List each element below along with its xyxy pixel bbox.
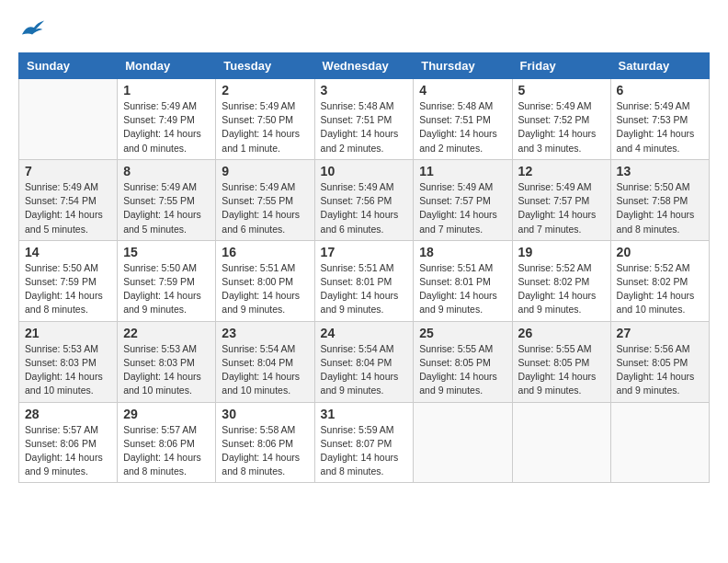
day-info: Sunrise: 5:49 AMSunset: 7:56 PMDaylight:… xyxy=(321,180,408,236)
day-number: 2 xyxy=(222,83,308,98)
day-number: 15 xyxy=(123,245,210,259)
day-info: Sunrise: 5:49 AMSunset: 7:50 PMDaylight:… xyxy=(222,99,308,155)
day-info: Sunrise: 5:49 AMSunset: 7:54 PMDaylight:… xyxy=(25,180,111,236)
day-info: Sunrise: 5:49 AMSunset: 7:57 PMDaylight:… xyxy=(518,180,605,236)
calendar-day-cell: 19Sunrise: 5:52 AMSunset: 8:02 PMDayligh… xyxy=(512,240,610,321)
logo xyxy=(18,18,46,43)
day-number: 3 xyxy=(321,83,408,98)
day-number: 10 xyxy=(321,164,408,178)
calendar-day-cell: 17Sunrise: 5:51 AMSunset: 8:01 PMDayligh… xyxy=(314,240,414,321)
calendar-day-cell: 13Sunrise: 5:50 AMSunset: 7:58 PMDayligh… xyxy=(610,159,709,240)
day-info: Sunrise: 5:51 AMSunset: 8:01 PMDaylight:… xyxy=(419,261,506,317)
day-info: Sunrise: 5:54 AMSunset: 8:04 PMDaylight:… xyxy=(222,342,308,398)
calendar-day-cell: 21Sunrise: 5:53 AMSunset: 8:03 PMDayligh… xyxy=(19,321,118,402)
weekday-header-cell: Monday xyxy=(118,53,216,79)
calendar-day-cell: 26Sunrise: 5:55 AMSunset: 8:05 PMDayligh… xyxy=(512,321,610,402)
day-number: 29 xyxy=(123,407,210,421)
day-info: Sunrise: 5:51 AMSunset: 8:01 PMDaylight:… xyxy=(321,261,408,317)
calendar-day-cell: 25Sunrise: 5:55 AMSunset: 8:05 PMDayligh… xyxy=(414,321,512,402)
day-number: 28 xyxy=(25,407,111,421)
day-number: 1 xyxy=(123,83,210,98)
calendar-day-cell: 5Sunrise: 5:49 AMSunset: 7:52 PMDaylight… xyxy=(512,79,610,160)
weekday-header-cell: Tuesday xyxy=(216,53,314,79)
calendar-day-cell: 3Sunrise: 5:48 AMSunset: 7:51 PMDaylight… xyxy=(314,79,414,160)
calendar-day-cell: 18Sunrise: 5:51 AMSunset: 8:01 PMDayligh… xyxy=(414,240,512,321)
day-number: 12 xyxy=(518,164,605,178)
day-number: 21 xyxy=(25,326,111,340)
day-info: Sunrise: 5:49 AMSunset: 7:52 PMDaylight:… xyxy=(518,99,605,155)
calendar-day-cell: 20Sunrise: 5:52 AMSunset: 8:02 PMDayligh… xyxy=(610,240,709,321)
calendar-day-cell: 7Sunrise: 5:49 AMSunset: 7:54 PMDaylight… xyxy=(19,159,118,240)
calendar-day-cell: 30Sunrise: 5:58 AMSunset: 8:06 PMDayligh… xyxy=(216,402,314,483)
day-info: Sunrise: 5:58 AMSunset: 8:06 PMDaylight:… xyxy=(222,423,308,479)
day-info: Sunrise: 5:50 AMSunset: 7:59 PMDaylight:… xyxy=(25,261,111,317)
day-info: Sunrise: 5:50 AMSunset: 7:58 PMDaylight:… xyxy=(617,180,703,236)
weekday-header-cell: Thursday xyxy=(414,53,512,79)
day-info: Sunrise: 5:49 AMSunset: 7:57 PMDaylight:… xyxy=(419,180,506,236)
day-number: 5 xyxy=(518,83,605,98)
day-number: 25 xyxy=(419,326,506,340)
day-number: 17 xyxy=(321,245,408,259)
day-number: 6 xyxy=(617,83,703,98)
weekday-header-cell: Friday xyxy=(512,53,610,79)
day-number: 23 xyxy=(222,326,308,340)
day-number: 24 xyxy=(321,326,408,340)
calendar-day-cell: 27Sunrise: 5:56 AMSunset: 8:05 PMDayligh… xyxy=(610,321,709,402)
day-number: 8 xyxy=(123,164,210,178)
calendar-day-cell: 12Sunrise: 5:49 AMSunset: 7:57 PMDayligh… xyxy=(512,159,610,240)
calendar-day-cell: 23Sunrise: 5:54 AMSunset: 8:04 PMDayligh… xyxy=(216,321,314,402)
calendar-day-cell: 31Sunrise: 5:59 AMSunset: 8:07 PMDayligh… xyxy=(314,402,414,483)
day-info: Sunrise: 5:55 AMSunset: 8:05 PMDaylight:… xyxy=(518,342,605,398)
calendar-week-row: 7Sunrise: 5:49 AMSunset: 7:54 PMDaylight… xyxy=(19,159,710,240)
calendar-day-cell: 10Sunrise: 5:49 AMSunset: 7:56 PMDayligh… xyxy=(314,159,414,240)
calendar-day-cell xyxy=(19,79,118,160)
day-info: Sunrise: 5:49 AMSunset: 7:55 PMDaylight:… xyxy=(123,180,210,236)
calendar-day-cell: 14Sunrise: 5:50 AMSunset: 7:59 PMDayligh… xyxy=(19,240,118,321)
calendar-day-cell xyxy=(610,402,709,483)
calendar-table: SundayMondayTuesdayWednesdayThursdayFrid… xyxy=(18,52,710,483)
day-info: Sunrise: 5:48 AMSunset: 7:51 PMDaylight:… xyxy=(321,99,408,155)
day-number: 13 xyxy=(617,164,703,178)
day-info: Sunrise: 5:54 AMSunset: 8:04 PMDaylight:… xyxy=(321,342,408,398)
day-info: Sunrise: 5:50 AMSunset: 7:59 PMDaylight:… xyxy=(123,261,210,317)
calendar-day-cell: 8Sunrise: 5:49 AMSunset: 7:55 PMDaylight… xyxy=(118,159,216,240)
calendar-day-cell: 11Sunrise: 5:49 AMSunset: 7:57 PMDayligh… xyxy=(414,159,512,240)
weekday-header-cell: Wednesday xyxy=(314,53,414,79)
day-info: Sunrise: 5:59 AMSunset: 8:07 PMDaylight:… xyxy=(321,423,408,479)
weekday-header-cell: Sunday xyxy=(19,53,118,79)
day-number: 7 xyxy=(25,164,111,178)
calendar-day-cell: 2Sunrise: 5:49 AMSunset: 7:50 PMDaylight… xyxy=(216,79,314,160)
calendar-day-cell: 16Sunrise: 5:51 AMSunset: 8:00 PMDayligh… xyxy=(216,240,314,321)
day-info: Sunrise: 5:52 AMSunset: 8:02 PMDaylight:… xyxy=(518,261,605,317)
day-number: 26 xyxy=(518,326,605,340)
calendar-day-cell: 4Sunrise: 5:48 AMSunset: 7:51 PMDaylight… xyxy=(414,79,512,160)
day-number: 22 xyxy=(123,326,210,340)
calendar-day-cell: 22Sunrise: 5:53 AMSunset: 8:03 PMDayligh… xyxy=(118,321,216,402)
calendar-week-row: 21Sunrise: 5:53 AMSunset: 8:03 PMDayligh… xyxy=(19,321,710,402)
calendar-body: 1Sunrise: 5:49 AMSunset: 7:49 PMDaylight… xyxy=(19,79,710,483)
day-info: Sunrise: 5:51 AMSunset: 8:00 PMDaylight:… xyxy=(222,261,308,317)
day-number: 20 xyxy=(617,245,703,259)
day-number: 18 xyxy=(419,245,506,259)
calendar-day-cell: 28Sunrise: 5:57 AMSunset: 8:06 PMDayligh… xyxy=(19,402,118,483)
calendar-week-row: 28Sunrise: 5:57 AMSunset: 8:06 PMDayligh… xyxy=(19,402,710,483)
day-info: Sunrise: 5:53 AMSunset: 8:03 PMDaylight:… xyxy=(123,342,210,398)
page-header xyxy=(18,18,710,43)
calendar-day-cell: 1Sunrise: 5:49 AMSunset: 7:49 PMDaylight… xyxy=(118,79,216,160)
calendar-day-cell: 29Sunrise: 5:57 AMSunset: 8:06 PMDayligh… xyxy=(118,402,216,483)
day-number: 30 xyxy=(222,407,308,421)
day-info: Sunrise: 5:53 AMSunset: 8:03 PMDaylight:… xyxy=(25,342,111,398)
day-number: 27 xyxy=(617,326,703,340)
logo-bird-icon xyxy=(20,18,46,39)
calendar-day-cell: 6Sunrise: 5:49 AMSunset: 7:53 PMDaylight… xyxy=(610,79,709,160)
day-number: 4 xyxy=(419,83,506,98)
day-number: 19 xyxy=(518,245,605,259)
calendar-day-cell xyxy=(512,402,610,483)
day-info: Sunrise: 5:49 AMSunset: 7:55 PMDaylight:… xyxy=(222,180,308,236)
day-number: 11 xyxy=(419,164,506,178)
calendar-day-cell: 15Sunrise: 5:50 AMSunset: 7:59 PMDayligh… xyxy=(118,240,216,321)
day-number: 16 xyxy=(222,245,308,259)
day-info: Sunrise: 5:55 AMSunset: 8:05 PMDaylight:… xyxy=(419,342,506,398)
day-info: Sunrise: 5:49 AMSunset: 7:53 PMDaylight:… xyxy=(617,99,703,155)
calendar-week-row: 1Sunrise: 5:49 AMSunset: 7:49 PMDaylight… xyxy=(19,79,710,160)
